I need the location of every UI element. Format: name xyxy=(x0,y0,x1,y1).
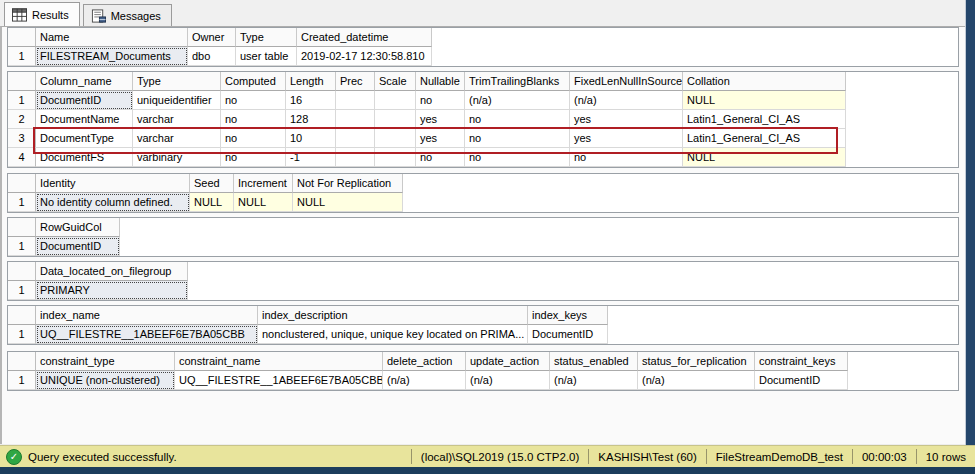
column-header[interactable]: index_keys xyxy=(528,306,608,325)
row-number[interactable]: 1 xyxy=(8,193,36,212)
grid-cell[interactable] xyxy=(375,148,416,167)
row-number[interactable]: 4 xyxy=(8,148,36,167)
grid-cell[interactable]: nonclustered, unique, unique key located… xyxy=(258,325,528,344)
column-header[interactable]: Prec xyxy=(336,72,375,91)
row-number-header[interactable] xyxy=(8,174,36,193)
grid-cell[interactable]: uniqueidentifier xyxy=(133,91,221,110)
grid-cell[interactable]: no xyxy=(465,148,570,167)
grid-cell[interactable]: no xyxy=(465,129,570,148)
grid-cell[interactable]: no xyxy=(221,110,286,129)
grid-cell[interactable]: PRIMARY xyxy=(36,281,188,300)
grid-cell[interactable]: DocumentName xyxy=(36,110,133,129)
grid-cell[interactable]: (n/a) xyxy=(638,371,755,390)
row-number-header[interactable] xyxy=(8,72,36,91)
column-header[interactable]: index_description xyxy=(258,306,528,325)
grid-cell[interactable]: (n/a) xyxy=(466,371,550,390)
column-header[interactable]: index_name xyxy=(36,306,258,325)
row-number-header[interactable] xyxy=(8,218,36,237)
grid-cell[interactable]: DocumentID xyxy=(528,325,608,344)
grid-cell[interactable]: (n/a) xyxy=(570,91,683,110)
column-header[interactable]: RowGuidCol xyxy=(36,218,120,237)
grid-cell[interactable]: NULL xyxy=(234,193,293,212)
grid-cell[interactable]: yes xyxy=(416,110,465,129)
row-number[interactable]: 1 xyxy=(8,237,36,256)
row-number[interactable]: 2 xyxy=(8,110,36,129)
grid-cell[interactable]: DocumentID xyxy=(36,91,133,110)
grid-cell[interactable]: 10 xyxy=(286,129,336,148)
grid-cell[interactable]: yes xyxy=(570,129,683,148)
grid-cell[interactable] xyxy=(375,91,416,110)
column-header[interactable]: Type xyxy=(236,28,297,47)
column-header[interactable]: delete_action xyxy=(383,352,466,371)
row-number[interactable]: 1 xyxy=(8,325,36,344)
grid-cell[interactable]: UQ__FILESTRE__1ABEEF6E7BA05CBB xyxy=(36,325,258,344)
grid-cell[interactable] xyxy=(336,148,375,167)
tab-results[interactable]: Results xyxy=(4,2,80,26)
grid-cell[interactable]: no xyxy=(416,91,465,110)
grid-cell[interactable] xyxy=(375,129,416,148)
column-header[interactable]: Not For Replication xyxy=(293,174,403,193)
grid-cell[interactable]: NULL xyxy=(190,193,234,212)
grid-cell[interactable]: (n/a) xyxy=(550,371,638,390)
grid-cell[interactable]: NULL xyxy=(683,148,846,167)
row-number-header[interactable] xyxy=(8,262,36,281)
grid-cell[interactable]: yes xyxy=(570,110,683,129)
grid-cell[interactable] xyxy=(336,129,375,148)
grid-cell[interactable]: UQ__FILESTRE__1ABEEF6E7BA05CBB xyxy=(175,371,383,390)
grid-cell[interactable]: no xyxy=(221,129,286,148)
column-header[interactable]: status_for_replication xyxy=(638,352,755,371)
grid-cell[interactable]: 16 xyxy=(286,91,336,110)
row-number-header[interactable] xyxy=(8,28,36,47)
grid-cell[interactable] xyxy=(375,110,416,129)
grid-cell[interactable]: (n/a) xyxy=(465,91,570,110)
grid-cell[interactable]: DocumentType xyxy=(36,129,133,148)
row-number-header[interactable] xyxy=(8,352,36,371)
column-header[interactable]: Type xyxy=(133,72,221,91)
grid-cell[interactable]: -1 xyxy=(286,148,336,167)
grid-cell[interactable]: DocumentID xyxy=(36,237,120,256)
row-number-header[interactable] xyxy=(8,306,36,325)
column-header[interactable]: constraint_keys xyxy=(755,352,848,371)
grid-cell[interactable]: DocumentID xyxy=(755,371,848,390)
row-number[interactable]: 1 xyxy=(8,91,36,110)
grid-cell[interactable]: varbinary xyxy=(133,148,221,167)
grid-cell[interactable]: no xyxy=(465,110,570,129)
column-header[interactable]: Created_datetime xyxy=(297,28,432,47)
grid-cell[interactable]: no xyxy=(570,148,683,167)
grid-cell[interactable] xyxy=(336,91,375,110)
grid-cell[interactable]: varchar xyxy=(133,129,221,148)
grid-cell[interactable]: (n/a) xyxy=(383,371,466,390)
grid-cell[interactable]: 2019-02-17 12:30:58.810 xyxy=(297,47,432,66)
column-header[interactable]: status_enabled xyxy=(550,352,638,371)
grid-cell[interactable]: user table xyxy=(236,47,297,66)
grid-cell[interactable]: no xyxy=(416,148,465,167)
grid-cell[interactable]: no xyxy=(221,91,286,110)
column-header[interactable]: Name xyxy=(36,28,188,47)
column-header[interactable]: Computed xyxy=(221,72,286,91)
column-header[interactable]: Data_located_on_filegroup xyxy=(36,262,188,281)
row-number[interactable]: 1 xyxy=(8,371,36,390)
grid-cell[interactable]: UNIQUE (non-clustered) xyxy=(36,371,175,390)
grid-cell[interactable]: Latin1_General_CI_AS xyxy=(683,110,846,129)
grid-cell[interactable]: Latin1_General_CI_AS xyxy=(683,129,846,148)
grid-cell[interactable]: NULL xyxy=(683,91,846,110)
grid-cell[interactable]: no xyxy=(221,148,286,167)
grid-cell[interactable]: dbo xyxy=(188,47,236,66)
column-header[interactable]: Column_name xyxy=(36,72,133,91)
column-header[interactable]: Collation xyxy=(683,72,846,91)
column-header[interactable]: constraint_name xyxy=(175,352,383,371)
grid-cell[interactable] xyxy=(336,110,375,129)
column-header[interactable]: Nullable xyxy=(416,72,465,91)
row-number[interactable]: 1 xyxy=(8,281,36,300)
column-header[interactable]: Seed xyxy=(190,174,234,193)
column-header[interactable]: constraint_type xyxy=(36,352,175,371)
grid-cell[interactable]: No identity column defined. xyxy=(36,193,190,212)
column-header[interactable]: Scale xyxy=(375,72,416,91)
column-header[interactable]: Length xyxy=(286,72,336,91)
grid-cell[interactable]: yes xyxy=(416,129,465,148)
grid-cell[interactable]: NULL xyxy=(293,193,403,212)
row-number[interactable]: 3 xyxy=(8,129,36,148)
grid-cell[interactable]: 128 xyxy=(286,110,336,129)
column-header[interactable]: Identity xyxy=(36,174,190,193)
column-header[interactable]: FixedLenNullInSource xyxy=(570,72,683,91)
